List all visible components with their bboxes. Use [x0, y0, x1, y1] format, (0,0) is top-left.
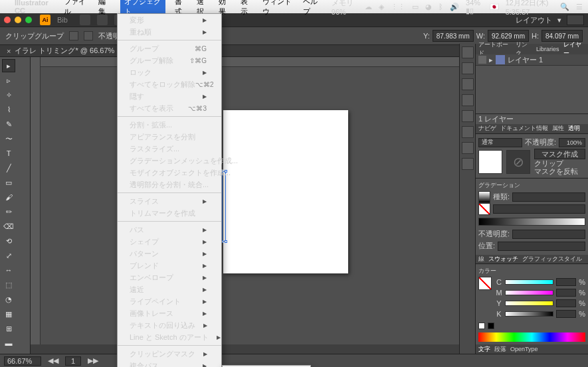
menu-item-13[interactable]: グラデーションメッシュを作成... [118, 155, 221, 167]
direct-selection-tool[interactable]: ▹ [2, 74, 15, 87]
cloud-icon[interactable]: ☁ [365, 3, 372, 11]
menu-item-12[interactable]: ラスタライズ... [118, 143, 221, 155]
dock-icon-3[interactable] [462, 78, 474, 90]
dropbox-icon[interactable]: ◈ [379, 3, 384, 11]
tab-character[interactable]: 文字 [478, 345, 490, 354]
eraser-tool[interactable]: ⌫ [2, 220, 15, 233]
menu-item-3[interactable]: グループ⌘G [118, 42, 221, 54]
search-icon[interactable] [567, 15, 584, 25]
wifi-icon[interactable]: ⋮⋮ [391, 3, 405, 11]
nav-next-icon[interactable]: ▶▶ [88, 356, 98, 365]
menu-item-27[interactable]: 画像トレース [118, 307, 221, 319]
lasso-tool[interactable]: ⌇ [2, 103, 15, 116]
menu-item-23[interactable]: ブレンド [118, 259, 221, 271]
layer-row[interactable]: ▸ レイヤー 1 [476, 54, 588, 66]
menu-item-31[interactable]: クリッピングマスク [118, 348, 221, 360]
cmyk-field-Y[interactable] [556, 299, 576, 307]
horizontal-scrollbar[interactable] [31, 344, 459, 354]
invert-check[interactable]: マスクを反転 [534, 167, 585, 175]
artboard[interactable] [223, 110, 348, 273]
cmyk-slider-Y[interactable] [505, 301, 553, 306]
pen-tool[interactable]: ✎ [2, 117, 15, 131]
y-field[interactable]: 87.983 mm [433, 30, 474, 42]
rectangle-tool[interactable]: ▭ [2, 176, 15, 189]
opacity2-field[interactable]: 100% [559, 138, 585, 147]
blend-mode-select[interactable]: 通常 [478, 138, 522, 147]
layer-name[interactable]: レイヤー 1 [508, 55, 543, 65]
grad-loc-field[interactable] [498, 242, 585, 251]
menu-item-29[interactable]: Line と Sketch のアート [118, 331, 221, 343]
menu-item-21[interactable]: シェイプ [118, 236, 221, 248]
cmyk-field-M[interactable] [556, 289, 576, 297]
magic-wand-tool[interactable]: ✧ [2, 88, 15, 102]
type-tool[interactable]: T [2, 147, 15, 160]
tab-attr[interactable]: 属性 [552, 124, 564, 133]
scale-tool[interactable]: ⤢ [2, 249, 15, 262]
dock-icon-5[interactable] [462, 110, 474, 122]
dock-icon-6[interactable] [462, 126, 474, 138]
menu-item-5[interactable]: ロック [118, 66, 221, 78]
selection-tool[interactable]: ▸ [2, 59, 15, 72]
shape-builder-tool[interactable]: ◔ [2, 293, 15, 306]
display-icon[interactable]: ▭ [412, 3, 419, 11]
gradient-slider[interactable] [478, 218, 585, 226]
black-swatch-icon[interactable] [488, 323, 494, 329]
volume-icon[interactable]: 🔊 [450, 3, 459, 11]
close-icon[interactable] [4, 17, 11, 23]
dock-icon-4[interactable] [462, 94, 474, 106]
cmyk-field-K[interactable] [556, 310, 576, 318]
tab-swatch[interactable]: スウォッチ [488, 255, 518, 263]
mask-thumb[interactable]: ⊘ [506, 150, 530, 174]
tab-libraries[interactable]: Libraries [536, 46, 559, 52]
menu-item-0[interactable]: 変形 [118, 14, 221, 26]
wifi2-icon[interactable]: ◕ [425, 3, 432, 11]
menu-window[interactable]: ウィンドウ [262, 0, 294, 17]
width-tool[interactable]: ↔ [2, 263, 15, 277]
tab-docinfo[interactable]: ドキュメント情報 [500, 124, 548, 133]
minimize-icon[interactable] [15, 17, 21, 23]
cmyk-slider-C[interactable] [505, 279, 553, 285]
menu-view[interactable]: 表示 [241, 0, 253, 17]
shaper-tool[interactable]: ✏ [2, 205, 15, 218]
spotlight-icon[interactable]: 🔍 [560, 3, 569, 11]
tab-paragraph[interactable]: 段落 [494, 345, 506, 354]
grad-opacity-field[interactable] [512, 230, 585, 239]
mesh-tool[interactable]: ⊞ [2, 322, 15, 335]
perspective-tool[interactable]: ▦ [2, 307, 15, 321]
color-fill-icon[interactable] [478, 277, 492, 290]
tab-opentype[interactable]: OpenType [510, 346, 538, 352]
clip-check[interactable]: クリップ [534, 159, 585, 167]
gradient-swatch-icon[interactable] [478, 191, 490, 203]
menu-item-22[interactable]: パターン [118, 248, 221, 259]
make-mask-button[interactable]: マスク作成 [534, 149, 585, 159]
rotate-tool[interactable]: ⟲ [2, 234, 15, 248]
selection-bounds[interactable] [222, 171, 226, 242]
tab-stroke[interactable]: 線 [478, 255, 484, 263]
curvature-tool[interactable]: 〜 [2, 132, 15, 145]
flag-icon[interactable]: 🇯🇵 [490, 3, 499, 11]
quick-icon-2[interactable] [97, 15, 108, 25]
gradient-angle-field[interactable] [493, 204, 585, 214]
menu-item-15[interactable]: 透明部分を分割・統合... [118, 179, 221, 190]
cmyk-slider-M[interactable] [505, 290, 553, 295]
menu-item-24[interactable]: エンベロープ [118, 271, 221, 283]
white-swatch-icon[interactable] [478, 323, 485, 329]
menu-item-20[interactable]: パス [118, 224, 221, 236]
dock-icon-7[interactable] [462, 142, 474, 154]
menu-item-28[interactable]: テキストの回り込み [118, 319, 221, 331]
gradient-tool[interactable]: ▬ [2, 336, 15, 350]
menu-item-1[interactable]: 重ね順 [118, 26, 221, 38]
fill-swatch-icon[interactable] [69, 31, 78, 40]
dock-icon-2[interactable] [462, 62, 474, 74]
menu-item-26[interactable]: ライブペイント [118, 295, 221, 307]
menu-item-17[interactable]: スライス [118, 195, 221, 207]
tab-transparency[interactable]: 透明 [568, 124, 580, 133]
tab-close-icon[interactable]: × [7, 47, 11, 55]
artboard-nav-field[interactable]: 1 [65, 356, 81, 366]
spectrum-bar[interactable] [478, 332, 585, 342]
menu-item-7[interactable]: 隠す [118, 90, 221, 102]
app-name[interactable]: Illustrator CC [15, 0, 54, 15]
tab-graphicstyle[interactable]: グラフィックスタイル [522, 255, 582, 263]
dock-icon-1[interactable] [462, 46, 474, 58]
menu-help[interactable]: ヘルプ [303, 0, 322, 17]
